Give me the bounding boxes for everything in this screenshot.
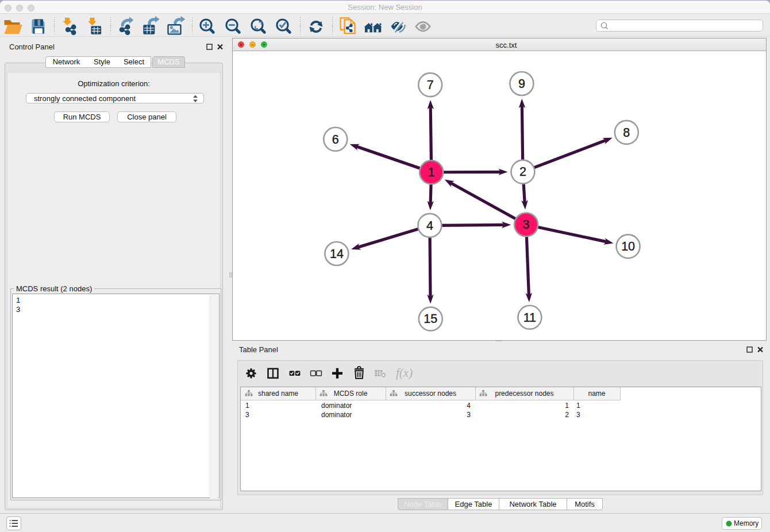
svg-text:2: 2	[519, 165, 526, 179]
svg-text:7: 7	[427, 78, 434, 92]
svg-text:8: 8	[623, 126, 630, 140]
svg-text:4: 4	[426, 219, 433, 233]
svg-text:9: 9	[518, 77, 525, 91]
svg-text:14: 14	[330, 247, 344, 261]
svg-text:6: 6	[332, 133, 339, 147]
svg-text:11: 11	[523, 311, 536, 325]
svg-text:15: 15	[424, 312, 437, 326]
svg-text:10: 10	[621, 240, 635, 253]
svg-text:3: 3	[523, 218, 530, 232]
svg-text:1: 1	[428, 165, 435, 179]
